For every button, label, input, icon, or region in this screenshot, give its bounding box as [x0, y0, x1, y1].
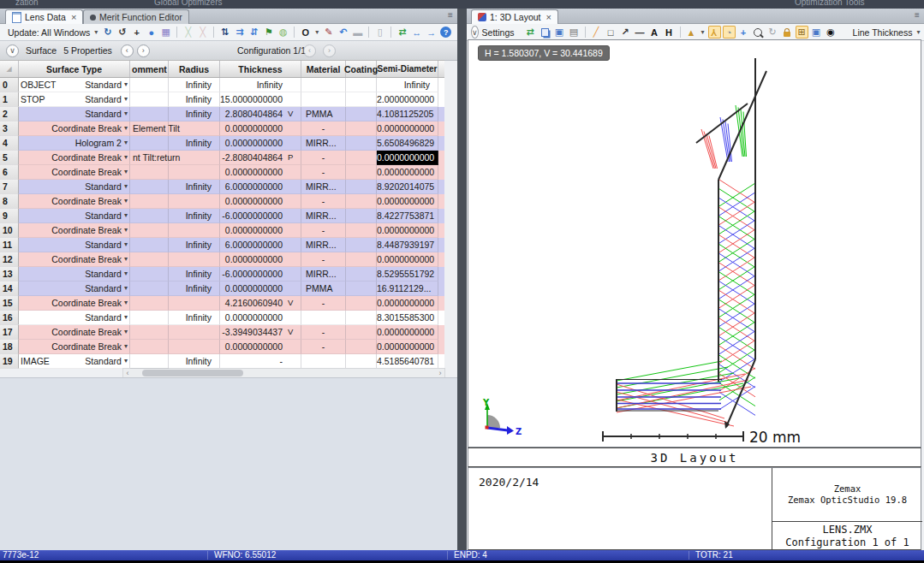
- update-all-windows-button[interactable]: Update: All Windows: [8, 27, 90, 38]
- coating-cell[interactable]: [346, 107, 377, 121]
- thickness-cell[interactable]: -6.0000000000: [220, 267, 284, 282]
- surface-insert-icon[interactable]: ⇉: [233, 26, 246, 39]
- print-icon[interactable]: ▤: [568, 26, 581, 39]
- tab-overflow-icon[interactable]: ≡: [448, 10, 453, 20]
- thickness-cell[interactable]: 4.2160060940: [220, 296, 284, 311]
- surface-type-dropdown-icon[interactable]: ▾: [124, 180, 128, 193]
- surface-type-cell[interactable]: Coordinate Break▾: [19, 121, 130, 136]
- prev-surface-icon[interactable]: ‹: [121, 44, 134, 57]
- coating-cell[interactable]: [346, 238, 377, 252]
- help-icon[interactable]: ?: [440, 27, 451, 38]
- surface-type-cell[interactable]: Hologram 2▾: [19, 136, 130, 151]
- surface-type-dropdown-icon[interactable]: ▾: [124, 340, 128, 353]
- row-number[interactable]: 7: [0, 180, 19, 194]
- surface-type-cell[interactable]: Standard▾: [19, 209, 130, 223]
- semi-diameter-cell[interactable]: 0.0000000000: [377, 151, 438, 165]
- comment-cell[interactable]: [130, 180, 169, 194]
- semi-diameter-cell[interactable]: 8.4227753871: [377, 209, 438, 223]
- semi-diameter-cell[interactable]: 0.0000000000: [377, 296, 438, 311]
- radius-cell[interactable]: [169, 325, 220, 340]
- comment-cell[interactable]: [130, 252, 169, 267]
- radius-cell[interactable]: [169, 165, 220, 180]
- sheet-icon[interactable]: ▯: [373, 26, 386, 39]
- column-header[interactable]: Radius: [169, 61, 220, 77]
- material-cell[interactable]: -: [301, 151, 346, 165]
- scroll-right-icon[interactable]: ›: [436, 370, 444, 377]
- lock-icon[interactable]: [781, 26, 794, 39]
- semi-diameter-cell[interactable]: 0.0000000000: [377, 325, 438, 340]
- row-number[interactable]: 8: [0, 194, 19, 209]
- stop-flag-icon[interactable]: ⚑: [262, 26, 275, 39]
- thickness-cell[interactable]: 0.0000000000: [220, 311, 284, 325]
- surface-type-dropdown-icon[interactable]: ▾: [124, 282, 128, 295]
- radius-cell[interactable]: Infinity: [169, 282, 220, 296]
- surface-type-dropdown-icon[interactable]: ▾: [124, 354, 128, 368]
- row-number[interactable]: 19: [0, 354, 19, 369]
- semi-diameter-cell[interactable]: Infinity: [377, 78, 438, 92]
- coating-cell[interactable]: [346, 92, 377, 107]
- surface-type-cell[interactable]: Coordinate Break▾: [19, 223, 130, 238]
- material-cell[interactable]: MIRR...: [301, 238, 346, 252]
- coating-cell[interactable]: [346, 311, 377, 325]
- globe-icon[interactable]: ●: [145, 26, 158, 39]
- semi-diameter-cell[interactable]: 16.9112129...: [377, 282, 438, 296]
- row-number[interactable]: 14: [0, 282, 19, 296]
- text-annotate-icon[interactable]: A: [648, 26, 661, 39]
- thickness-cell[interactable]: 15.0000000000: [220, 92, 284, 107]
- comment-cell[interactable]: [130, 340, 169, 354]
- surface-type-dropdown-icon[interactable]: ▾: [124, 296, 128, 310]
- radius-cell[interactable]: [169, 252, 220, 267]
- quick-focus-icon[interactable]: ↶: [337, 26, 349, 39]
- row-number[interactable]: 13: [0, 267, 19, 282]
- layout-drawing-area[interactable]: YZ20 mm H = 1.580307, V = 30.441689: [468, 39, 921, 447]
- material-cell[interactable]: MIRR...: [301, 209, 346, 223]
- next-surface-icon[interactable]: ›: [137, 44, 150, 57]
- layers-icon[interactable]: ▣: [810, 26, 823, 39]
- surface-type-cell[interactable]: Standard▾: [19, 107, 130, 121]
- chevron-down-icon[interactable]: ▾: [94, 28, 98, 36]
- radius-cell[interactable]: Infinity: [169, 107, 220, 121]
- rectangle-annotate-icon[interactable]: □: [605, 26, 617, 39]
- thickness-cell[interactable]: 0.0000000000: [220, 223, 284, 238]
- surface-type-dropdown-icon[interactable]: ▾: [124, 238, 128, 252]
- semi-diameter-cell[interactable]: 0.0000000000: [377, 223, 438, 238]
- thickness-cell[interactable]: 0.0000000000: [220, 282, 284, 296]
- comment-cell[interactable]: [130, 325, 169, 340]
- thickness-cell[interactable]: 0.0000000000: [220, 194, 284, 209]
- close-icon[interactable]: ×: [546, 12, 551, 22]
- semi-diameter-cell[interactable]: 8.9202014075: [377, 180, 438, 194]
- thickness-cell[interactable]: 0.0000000000: [220, 340, 284, 354]
- surface-type-dropdown-icon[interactable]: ▾: [124, 325, 128, 339]
- row-number[interactable]: 15: [0, 296, 19, 311]
- thickness-cell[interactable]: -3.3949034437: [220, 325, 284, 340]
- row-number[interactable]: 4: [0, 136, 19, 151]
- semi-diameter-cell[interactable]: 8.5295551792: [377, 267, 438, 282]
- swap-columns-icon[interactable]: ⇄: [396, 26, 408, 39]
- semi-diameter-cell[interactable]: 2.0000000000: [377, 92, 438, 107]
- semi-diameter-cell[interactable]: 0.0000000000: [377, 194, 438, 209]
- row-number[interactable]: 12: [0, 252, 19, 267]
- row-number[interactable]: 1: [0, 92, 19, 107]
- row-number[interactable]: 3: [0, 121, 19, 136]
- radius-cell[interactable]: [169, 296, 220, 311]
- semi-diameter-cell[interactable]: 0.0000000000: [377, 165, 438, 180]
- comment-cell[interactable]: [130, 223, 169, 238]
- material-cell[interactable]: -: [301, 194, 346, 209]
- thickness-cell[interactable]: 0.0000000000: [220, 252, 284, 267]
- radius-cell[interactable]: [169, 194, 220, 209]
- semi-diameter-cell[interactable]: 4.1081125205: [377, 107, 438, 121]
- row-number[interactable]: 2: [0, 107, 19, 121]
- row-number[interactable]: 16: [0, 311, 19, 325]
- surface-type-cell[interactable]: STOPStandard▾: [19, 92, 130, 107]
- surface-type-cell[interactable]: Coordinate Break▾: [19, 325, 130, 340]
- coating-cell[interactable]: [346, 180, 377, 194]
- comment-cell[interactable]: [130, 282, 169, 296]
- pencil-annotate-icon[interactable]: ╱: [590, 26, 603, 39]
- arrow-annotate-icon[interactable]: ↗: [619, 26, 632, 39]
- comment-cell[interactable]: [130, 78, 169, 92]
- radius-cell[interactable]: Infinity: [169, 354, 220, 369]
- coating-cell[interactable]: [346, 252, 377, 267]
- material-cell[interactable]: MIRR...: [301, 180, 346, 194]
- coating-cell[interactable]: [346, 194, 377, 209]
- surface-type-dropdown-icon[interactable]: ▾: [124, 194, 128, 208]
